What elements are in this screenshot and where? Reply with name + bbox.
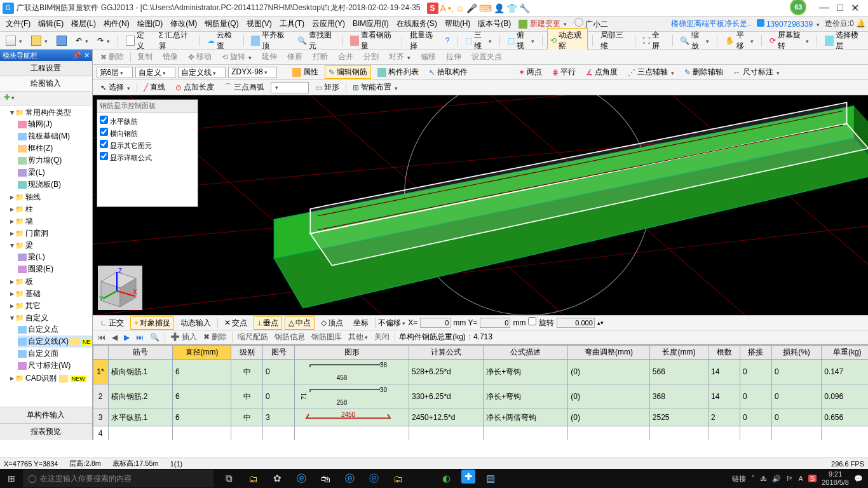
table-row[interactable]: 4 xyxy=(93,426,868,440)
360-icon[interactable]: ◐ xyxy=(437,470,455,487)
tray-notif-icon[interactable]: 💬 xyxy=(854,475,863,483)
ime-smile-icon[interactable]: ☺ xyxy=(456,3,465,13)
file-explorer-icon[interactable]: 🗂 xyxy=(244,470,262,487)
tree-axis-grid[interactable]: 轴网(J) xyxy=(18,118,92,130)
ime-icon[interactable]: A xyxy=(440,3,446,13)
ie-icon[interactable]: ⓔ xyxy=(365,470,383,487)
tree-other[interactable]: ▸其它 xyxy=(9,300,92,312)
tree-cad[interactable]: ▸CAD识别 NEW xyxy=(9,372,92,384)
align-btn[interactable]: 对齐 xyxy=(385,50,414,64)
menu-file[interactable]: 文件(F) xyxy=(3,17,34,30)
tray-up-icon[interactable]: ˄ xyxy=(751,475,755,483)
scale-btn[interactable]: 缩尺配筋 xyxy=(236,332,269,342)
lib-btn[interactable]: 钢筋图库 xyxy=(310,332,343,342)
ime-sogou-icon[interactable]: S xyxy=(427,3,438,14)
app-icon-1[interactable]: ✿ xyxy=(268,470,286,487)
type-select[interactable]: 自定义 xyxy=(135,67,175,78)
osnap-btn[interactable]: ⌖ 对象捕捉 xyxy=(130,316,174,330)
line-select[interactable]: 自定义线 xyxy=(178,67,226,78)
tree-beam2[interactable]: ▾梁 梁(L) 圈梁(E) xyxy=(9,240,92,276)
app-icon-doc[interactable]: ▤ xyxy=(482,470,499,487)
select-tool[interactable]: ↖ 选择 xyxy=(97,81,134,94)
help-icon[interactable]: ? xyxy=(442,34,453,47)
stretch-btn[interactable]: 拉伸 xyxy=(442,50,465,64)
tree-shearwall[interactable]: 剪力墙(Q) xyxy=(18,154,92,166)
offset-select[interactable]: 不偏移 xyxy=(378,318,405,329)
tray-a-icon[interactable]: A xyxy=(798,475,803,482)
menu-floor[interactable]: 楼层(L) xyxy=(68,17,99,30)
prop-btn[interactable]: 属性 xyxy=(288,65,322,79)
store-icon[interactable]: 🛍 xyxy=(316,470,334,487)
floor-select[interactable]: 第6层 xyxy=(97,67,133,78)
nav-next[interactable]: ▶ xyxy=(123,333,131,342)
threeaxis-btn[interactable]: ⋰三点辅轴 xyxy=(624,65,678,79)
tray-lang-icon[interactable]: 🏳 xyxy=(786,475,793,482)
tree-slab[interactable]: 现浇板(B) xyxy=(18,179,92,191)
mirror-btn[interactable]: 镜像 xyxy=(159,50,182,64)
edit-rebar-btn[interactable]: ✎编辑钢筋 xyxy=(325,65,371,79)
ime-wrench-icon[interactable]: 🔧 xyxy=(519,3,530,13)
folder-icon[interactable]: 🗂 xyxy=(389,470,407,487)
tree-opening[interactable]: ▸门窗洞 xyxy=(9,227,92,240)
rotate-btn[interactable]: ⟲ 旋转 xyxy=(218,50,255,64)
task-view-icon[interactable]: ⧉ xyxy=(220,470,238,487)
code-select[interactable]: ZDYX-98 xyxy=(228,67,276,78)
extend-btn[interactable]: 延伸 xyxy=(258,50,281,64)
rebar-table-wrap[interactable]: 筋号 直径(mm) 级别 图号 图形 计算公式 公式描述 弯曲调整(mm) 长度… xyxy=(93,344,868,440)
ptlen-tool[interactable]: ⊙点加长度 xyxy=(172,81,218,94)
tree-col[interactable]: ▸柱 xyxy=(9,203,92,215)
info-btn[interactable]: 钢筋信息 xyxy=(273,332,306,342)
ortho-btn[interactable]: ∟ 正交 xyxy=(97,316,128,330)
trim-btn[interactable]: 修剪 xyxy=(283,50,306,64)
nav-last[interactable]: ⏭ xyxy=(135,333,145,342)
tab-project-settings[interactable]: 工程设置 xyxy=(0,61,92,76)
move-btn[interactable]: ✥ 移动 xyxy=(184,50,215,64)
draw-combo[interactable] xyxy=(271,82,309,93)
chrome-icon[interactable] xyxy=(413,470,431,487)
open-button[interactable] xyxy=(28,34,51,48)
mid-btn[interactable]: △ 中点 xyxy=(285,316,315,330)
minimize-button[interactable]: — xyxy=(819,2,829,14)
pick-comp-btn[interactable]: ↖拾取构件 xyxy=(425,65,471,79)
comp-list-btn[interactable]: 构件列表 xyxy=(374,65,423,79)
tray-link[interactable]: 链接 xyxy=(732,474,746,484)
tray-net-icon[interactable]: 🖧 xyxy=(760,475,767,482)
y-input[interactable] xyxy=(480,318,510,328)
offset-btn[interactable]: 偏移 xyxy=(417,50,440,64)
apex-btn[interactable]: ◇ 顶点 xyxy=(317,316,347,330)
twopt-btn[interactable]: ✶两点 xyxy=(515,65,546,79)
nav-first[interactable]: ⏮ xyxy=(97,333,107,342)
ime-keyboard-icon[interactable]: ⌨ xyxy=(479,3,492,13)
notification-badge[interactable]: 63 xyxy=(790,0,806,17)
maximize-button[interactable]: □ xyxy=(837,2,843,14)
edge-icon[interactable]: ⓔ xyxy=(292,470,310,487)
ime-mic-icon[interactable]: 🎤 xyxy=(466,3,477,13)
tree-custom[interactable]: ▾自定义 自定义点 自定义线(X)NE 自定义面 尺寸标注(W) xyxy=(9,312,92,372)
nav-prev[interactable]: ◀ xyxy=(111,333,119,342)
tab-single-component[interactable]: 单构件输入 xyxy=(0,407,92,423)
tab-draw-input[interactable]: 绘图输入 xyxy=(0,76,92,92)
close-button[interactable]: ✕ xyxy=(851,2,859,14)
insert-btn[interactable]: ➕ 插入 xyxy=(169,332,198,342)
dyninput-btn[interactable]: 动态输入 xyxy=(177,316,215,330)
close-btn[interactable]: 关闭 xyxy=(373,332,391,342)
ptangle-btn[interactable]: ∡点角度 xyxy=(582,65,621,79)
smart-layout[interactable]: ⊞智能布置 xyxy=(349,81,402,94)
rebar-table[interactable]: 筋号 直径(mm) 级别 图号 图形 计算公式 公式描述 弯曲调整(mm) 长度… xyxy=(93,345,868,440)
table-row[interactable]: 2横向钢筋.26中03071258330+6.25*d净长+弯钩(0)36814… xyxy=(93,384,868,409)
nav-find[interactable]: 🔍 xyxy=(149,333,161,342)
ime-person-icon[interactable]: 👤 xyxy=(494,3,505,13)
start-button[interactable]: ⊞ xyxy=(0,473,23,484)
tray-vol-icon[interactable]: 🔊 xyxy=(772,475,781,483)
table-row[interactable]: 1*横向钢筋.16中038458528+6.25*d净长+弯钩(0)566140… xyxy=(93,360,868,384)
intersect-btn[interactable]: ✕ 交点 xyxy=(220,316,251,330)
other-btn[interactable]: 其他 xyxy=(347,332,369,342)
break-btn[interactable]: 打断 xyxy=(309,50,332,64)
tree-raft[interactable]: 筏板基础(M) xyxy=(18,130,92,142)
split-btn[interactable]: 分割 xyxy=(360,50,383,64)
menu-edit[interactable]: 编辑(E) xyxy=(35,17,67,30)
rotate-input[interactable] xyxy=(557,318,595,328)
delete-btn[interactable]: ✖ 删除 xyxy=(97,50,128,64)
delaxis-btn[interactable]: ✎删除辅轴 xyxy=(681,65,727,79)
tree-column[interactable]: 框柱(Z) xyxy=(18,142,92,154)
